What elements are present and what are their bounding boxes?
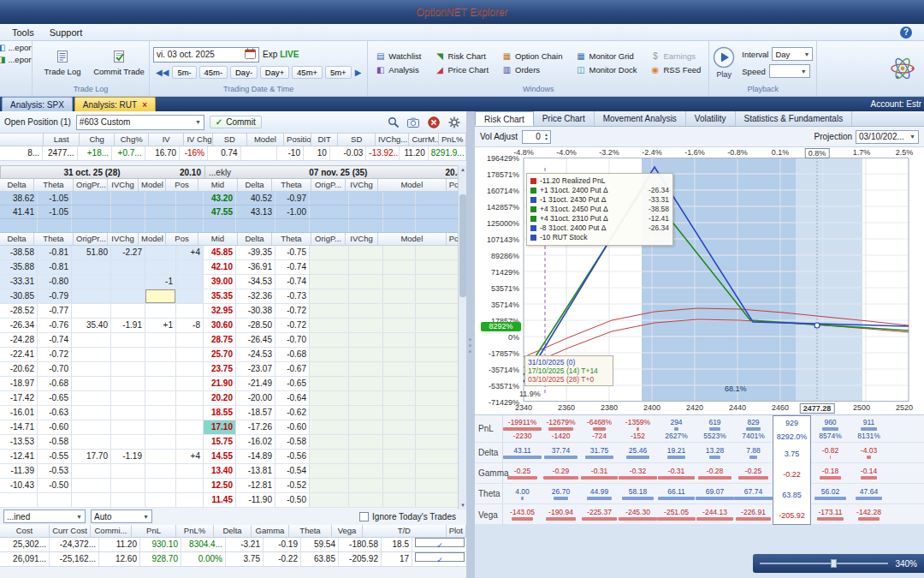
model-cell[interactable] (383, 348, 416, 361)
commit-trade-button[interactable]: Commit Trade (92, 44, 145, 81)
pos-cell[interactable] (176, 192, 204, 205)
option-row[interactable]: -24.28-0.74 28.75-26.45 -0.70 (0, 333, 466, 348)
model-cell[interactable] (145, 192, 176, 205)
trade-log-button[interactable]: Trade Log (36, 44, 89, 81)
option-row[interactable]: 11.45-11.90 -0.50 (0, 493, 466, 508)
option-row[interactable]: -12.41-0.55 17.70-1.19 +4 14.55-14.89 -0… (0, 450, 466, 464)
pos-cell[interactable] (176, 362, 204, 376)
model-cell[interactable] (145, 493, 176, 507)
model-cell[interactable] (383, 479, 416, 492)
chart-tab[interactable]: Volatility (686, 111, 736, 126)
play-button[interactable] (713, 46, 735, 70)
model-cell[interactable] (145, 289, 176, 303)
window-toggle-button[interactable]: ▥ Orders (498, 63, 566, 76)
model-cell[interactable] (145, 479, 176, 492)
calendar-icon[interactable] (245, 48, 256, 61)
window-toggle-button[interactable]: ▦ Option Chain (498, 50, 566, 63)
window-toggle-button[interactable]: ◧ Analysis (371, 63, 425, 76)
option-row[interactable]: -11.39-0.53 13.40-13.81 -0.54 (0, 464, 466, 479)
pos-cell[interactable] (176, 260, 204, 274)
model-cell[interactable] (383, 420, 416, 434)
option-row[interactable]: -13.53-0.58 15.75-16.02 -0.58 (0, 435, 466, 450)
model-cell[interactable]: -1 (145, 275, 176, 289)
model-cell[interactable] (145, 464, 176, 478)
zoom-slider[interactable] (760, 563, 888, 564)
option-row[interactable]: -26.34-0.76 35.40-1.91 +1-8 30.60-28.50 … (0, 319, 466, 333)
model-cell[interactable] (383, 246, 416, 259)
strategy-select[interactable]: #603 Custom ▼ (76, 115, 204, 130)
help-icon[interactable]: ? (900, 27, 912, 39)
trading-date-field[interactable]: vi. 03 oct. 2025 (153, 47, 259, 63)
forward-icon[interactable]: ▶ (352, 68, 364, 77)
option-row[interactable]: -28.52-0.77 32.95-30.38 -0.72 (0, 304, 466, 319)
model-cell[interactable] (145, 246, 176, 259)
chart-tab[interactable]: Risk Chart (475, 111, 534, 126)
model-cell[interactable] (383, 464, 416, 478)
plot-checkbox[interactable]: ✓ (415, 552, 465, 562)
pos-cell[interactable] (176, 289, 204, 303)
time-step-button[interactable]: 5m+ (325, 66, 352, 79)
window-toggle-button[interactable]: $ Earnings (646, 50, 705, 63)
stepper-arrows-icon[interactable]: ▲▼ (542, 133, 550, 141)
pos-cell[interactable] (176, 333, 204, 347)
time-step-button[interactable]: 45m- (199, 66, 228, 79)
model-cell[interactable] (383, 333, 416, 347)
speed-select[interactable]: ▼ (769, 64, 810, 78)
combined-select[interactable]: ...ined ▼ (3, 509, 86, 523)
pos-cell[interactable] (176, 304, 204, 318)
option-row[interactable]: 38.62-1.05 43.2040.52 -0.97 (0, 192, 466, 206)
model-cell[interactable] (383, 206, 416, 218)
menu-support[interactable]: Support (50, 27, 83, 38)
model-cell[interactable] (383, 219, 416, 232)
time-step-button[interactable]: Day+ (260, 66, 289, 79)
totals-row[interactable]: 25,302...-24,372... 11.20930.10 8304.4..… (0, 538, 466, 552)
chart-tab[interactable]: Statistics & Fundamentals (736, 111, 853, 126)
chart-tab[interactable]: Price Chart (534, 111, 595, 126)
pos-cell[interactable] (176, 464, 204, 478)
commit-button[interactable]: ✓ Commit (210, 116, 262, 128)
window-toggle-button[interactable]: ◥ Risk Chart (431, 50, 494, 63)
option-row[interactable]: -35.88-0.81 42.10-36.91 -0.74 (0, 260, 466, 275)
pos-cell[interactable] (176, 493, 204, 507)
model-cell[interactable] (145, 333, 176, 347)
menu-tools[interactable]: Tools (12, 27, 34, 38)
option-row[interactable]: -38.58-0.81 51.80-2.27 +4 45.85-39.35 -0… (0, 246, 466, 260)
panel-splitter[interactable] (466, 111, 475, 578)
model-cell[interactable] (145, 304, 176, 318)
pos-cell[interactable] (176, 275, 204, 289)
zoom-slider-thumb[interactable] (831, 559, 837, 568)
window-toggle-button[interactable]: ◉ RSS Feed (646, 63, 705, 76)
reports-button-1[interactable]: ◧ ...eports (0, 43, 33, 52)
model-cell[interactable] (145, 260, 176, 274)
window-toggle-button[interactable]: ▤ Watchlist (371, 50, 425, 63)
option-row[interactable]: -30.85-0.79 35.35-32.36 -0.73 (0, 289, 466, 304)
analysis-tab[interactable]: Analysis: RUT × (74, 97, 156, 111)
option-table-scrollbar[interactable]: ▲ ▼ (458, 165, 466, 509)
pos-cell[interactable] (176, 219, 204, 232)
model-cell[interactable] (383, 304, 416, 318)
totals-row[interactable]: 26,091...-25,162... 12.60928.70 0.00%3.7… (0, 552, 466, 567)
plot-checkbox[interactable]: ✓ (415, 538, 465, 547)
reports-button-2[interactable]: ◨ ...eports (0, 55, 33, 64)
pos-cell[interactable]: +4 (176, 246, 204, 259)
model-cell[interactable] (383, 275, 416, 289)
model-cell[interactable] (145, 420, 176, 434)
option-row[interactable]: -17.42-0.65 20.20-20.00 -0.64 (0, 391, 466, 406)
model-cell[interactable] (145, 435, 176, 449)
time-step-button[interactable]: Day- (230, 66, 258, 79)
interval-select[interactable]: Day ▼ (772, 47, 813, 61)
rewind-icon[interactable]: ◀◀ (153, 68, 171, 77)
vol-adjust-stepper[interactable]: 0 ▲▼ (522, 130, 551, 144)
model-cell[interactable] (383, 289, 416, 303)
expiration-header-nov[interactable]: ...ekly 07 nov. 25 (35) 20.3 (205, 165, 466, 179)
option-row[interactable]: -22.41-0.72 25.70-24.53 -0.68 (0, 348, 466, 362)
tab-close-icon[interactable]: × (142, 100, 147, 110)
pos-cell[interactable] (176, 479, 204, 492)
pos-cell[interactable]: +4 (176, 450, 204, 463)
model-cell[interactable] (145, 391, 176, 405)
projection-select[interactable]: 03/10/202... ▼ (856, 130, 919, 144)
model-cell[interactable] (145, 362, 176, 376)
option-row[interactable]: -20.62-0.70 23.75-23.07 -0.67 (0, 362, 466, 377)
gear-icon[interactable] (447, 115, 462, 130)
cancel-stop-icon[interactable] (426, 115, 441, 130)
